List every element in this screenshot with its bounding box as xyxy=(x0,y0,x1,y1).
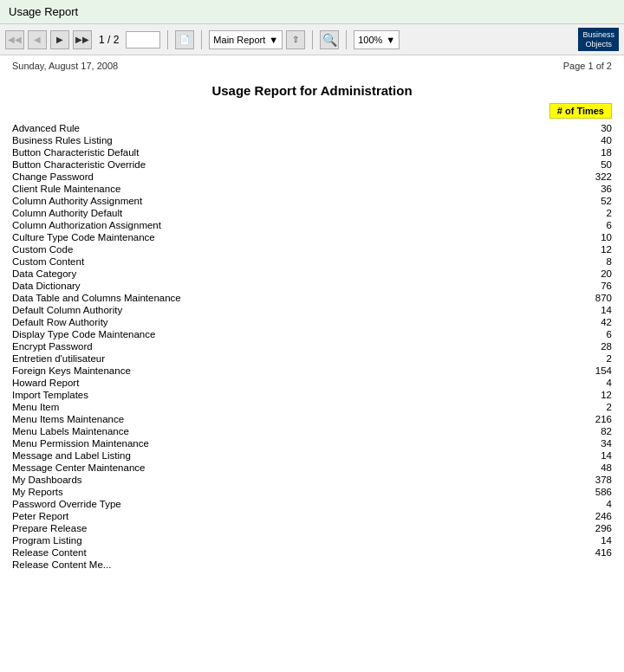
data-table: Advanced Rule30Business Rules Listing40B… xyxy=(0,122,624,571)
prev-page-button[interactable]: ◀ xyxy=(28,30,47,49)
row-item-name: Menu Permission Maintenance xyxy=(12,438,569,449)
table-row: Message and Label Listing14 xyxy=(12,449,612,462)
table-row: Howard Report4 xyxy=(12,377,612,389)
row-item-name: Menu Item xyxy=(12,402,569,412)
row-item-count: 154 xyxy=(569,365,612,376)
table-row: Menu Item2 xyxy=(12,401,612,413)
row-item-count: 10 xyxy=(569,232,612,242)
row-item-count: 4 xyxy=(569,378,612,388)
row-item-count: 18 xyxy=(569,147,612,158)
next-page-button[interactable]: ▶ xyxy=(50,30,69,49)
row-item-name: Data Category xyxy=(12,268,569,279)
row-item-count: 50 xyxy=(569,159,612,170)
last-page-button[interactable]: ▶▶ xyxy=(73,30,92,49)
row-item-count: 8 xyxy=(569,256,612,267)
logo-area: Business Objects xyxy=(578,28,619,52)
row-item-name: Advanced Rule xyxy=(12,123,569,133)
row-item-name: Menu Labels Maintenance xyxy=(12,426,569,436)
row-item-name: Foreign Keys Maintenance xyxy=(12,365,569,376)
row-item-name: Client Rule Maintenance xyxy=(12,184,569,194)
row-item-count: 12 xyxy=(569,390,612,400)
row-item-count: 378 xyxy=(569,475,612,485)
table-row: Button Characteristic Override50 xyxy=(12,158,612,171)
row-item-name: Release Content Me... xyxy=(12,559,569,570)
table-row: Message Center Maintenance48 xyxy=(12,462,612,474)
row-item-count: 30 xyxy=(569,123,612,133)
table-row: Client Rule Maintenance36 xyxy=(12,183,612,195)
row-item-name: Button Characteristic Default xyxy=(12,147,569,158)
row-item-count: 14 xyxy=(569,305,612,315)
row-item-count: 34 xyxy=(569,438,612,449)
row-item-name: Message Center Maintenance xyxy=(12,462,569,473)
table-row: Custom Code12 xyxy=(12,243,612,255)
export-button[interactable]: 📄 xyxy=(175,30,194,49)
row-item-name: Business Rules Listing xyxy=(12,135,569,145)
toolbar: ◀◀ ◀ ▶ ▶▶ 1 / 2 📄 Main Report ▼ ⇧ 🔍 100%… xyxy=(0,24,624,55)
row-item-name: Prepare Release xyxy=(12,523,569,533)
table-row: Import Templates12 xyxy=(12,389,612,401)
row-item-name: Change Password xyxy=(12,171,569,182)
row-item-name: Display Type Code Maintenance xyxy=(12,329,569,339)
table-row: Data Table and Columns Maintenance870 xyxy=(12,292,612,304)
row-item-count: 48 xyxy=(569,462,612,473)
row-item-name: Encrypt Password xyxy=(12,341,569,352)
report-title: Usage Report for Administration xyxy=(0,76,624,103)
table-row: Foreign Keys Maintenance154 xyxy=(12,365,612,377)
row-item-name: Column Authorization Assignment xyxy=(12,220,569,230)
table-row: Menu Labels Maintenance82 xyxy=(12,425,612,437)
report-meta-header: Sunday, August 17, 2008 Page 1 of 2 xyxy=(0,55,624,76)
table-row: My Reports586 xyxy=(12,486,612,498)
table-row: Prepare Release296 xyxy=(12,522,612,534)
row-item-name: Howard Report xyxy=(12,378,569,388)
row-item-count: 2 xyxy=(569,402,612,412)
row-item-count: 296 xyxy=(569,523,612,533)
table-row: Default Column Authority14 xyxy=(12,304,612,316)
separator-4 xyxy=(346,30,347,49)
table-row: Password Override Type4 xyxy=(12,498,612,510)
row-item-name: Peter Report xyxy=(12,511,569,521)
report-selector[interactable]: Main Report ▼ xyxy=(209,30,283,49)
page-input[interactable] xyxy=(126,31,160,48)
row-item-count: 4 xyxy=(569,499,612,509)
table-row: Menu Permission Maintenance34 xyxy=(12,437,612,449)
row-item-name: Release Content xyxy=(12,547,569,558)
refresh-button[interactable]: ⇧ xyxy=(286,30,305,49)
report-date: Sunday, August 17, 2008 xyxy=(12,61,118,71)
row-item-count xyxy=(569,559,612,570)
row-item-name: Custom Content xyxy=(12,256,569,267)
table-row: Business Rules Listing40 xyxy=(12,134,612,146)
row-item-count: 416 xyxy=(569,547,612,558)
table-row: Culture Type Code Maintenance10 xyxy=(12,231,612,243)
row-item-name: Culture Type Code Maintenance xyxy=(12,232,569,242)
table-row: Column Authority Assignment52 xyxy=(12,195,612,207)
separator-3 xyxy=(312,30,313,49)
row-item-count: 40 xyxy=(569,135,612,145)
table-row: Default Row Authority42 xyxy=(12,316,612,328)
table-row: Column Authority Default2 xyxy=(12,207,612,219)
row-item-count: 2 xyxy=(569,353,612,364)
page-info: 1 / 2 xyxy=(99,34,119,46)
report-page-info: Page 1 of 2 xyxy=(563,61,612,71)
zoom-selector[interactable]: 100% ▼ xyxy=(354,30,400,49)
search-button[interactable]: 🔍 xyxy=(320,30,339,49)
row-item-name: Message and Label Listing xyxy=(12,450,569,461)
table-row: Release Content Me... xyxy=(12,559,612,571)
report-selector-label: Main Report xyxy=(213,35,265,45)
row-item-count: 76 xyxy=(569,281,612,291)
row-item-name: Button Characteristic Override xyxy=(12,159,569,170)
row-item-name: Column Authority Assignment xyxy=(12,196,569,206)
table-row: Program Listing14 xyxy=(12,534,612,546)
table-row: Data Category20 xyxy=(12,268,612,280)
dropdown-arrow-icon: ▼ xyxy=(269,35,278,45)
table-row: Button Characteristic Default18 xyxy=(12,146,612,158)
row-item-count: 870 xyxy=(569,293,612,303)
first-page-button[interactable]: ◀◀ xyxy=(5,30,24,49)
row-item-name: Entretien d'utilisateur xyxy=(12,353,569,364)
column-header-row: # of Times xyxy=(0,103,624,122)
row-item-name: Menu Items Maintenance xyxy=(12,414,569,424)
row-item-name: Custom Code xyxy=(12,244,569,255)
table-row: My Dashboards378 xyxy=(12,474,612,486)
report-content: Sunday, August 17, 2008 Page 1 of 2 Usag… xyxy=(0,55,624,571)
table-row: Advanced Rule30 xyxy=(12,122,612,134)
business-objects-logo: Business Objects xyxy=(578,28,619,52)
